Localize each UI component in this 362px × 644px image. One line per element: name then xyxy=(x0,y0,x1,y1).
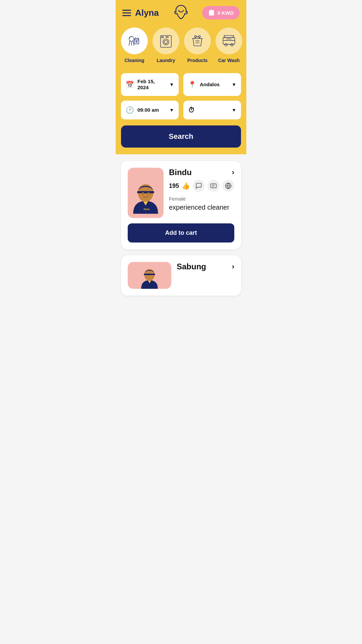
svg-rect-20 xyxy=(137,191,154,194)
location-filter[interactable]: 📍 Andalos ▼ xyxy=(183,73,241,96)
brand-name: Alyna xyxy=(135,8,159,18)
category-item-products[interactable]: Products xyxy=(184,28,211,63)
category-section: Cleaning Laundry xyxy=(116,24,246,70)
date-value: Feb 15, 2024 xyxy=(137,78,166,91)
filter-section: 📅 Feb 15, 2024 ▼ 📍 Andalos ▼ 🕐 09:00 am … xyxy=(116,70,246,154)
worker-name: Bindu xyxy=(169,168,192,177)
logo-icon xyxy=(173,4,189,22)
location-icon: 📍 xyxy=(188,80,196,89)
cleaning-label: Cleaning xyxy=(124,58,144,63)
carwash-label: Car Wash xyxy=(218,58,240,63)
time-chevron-icon: ▼ xyxy=(169,107,174,113)
add-to-cart-button-bindu[interactable]: Add to cart xyxy=(128,223,234,243)
worker-card-content-sabung: Sabung › xyxy=(128,262,234,289)
worker-info-sabung: Sabung › xyxy=(177,262,234,274)
products-label: Products xyxy=(187,58,208,63)
worker-gender: Female xyxy=(169,196,234,202)
category-scroll: Cleaning Laundry xyxy=(116,28,246,63)
products-icon-wrap xyxy=(184,28,211,54)
svg-rect-27 xyxy=(144,274,155,275)
badge-chat-icon xyxy=(193,180,205,192)
header: Alyna 0 KWD xyxy=(116,0,246,24)
filter-row-1: 📅 Feb 15, 2024 ▼ 📍 Andalos ▼ xyxy=(121,73,241,96)
laundry-icon-wrap xyxy=(153,28,179,54)
worker-name-row-sabung: Sabung › xyxy=(177,262,234,271)
category-item-carwash[interactable]: Car Wash xyxy=(216,28,242,63)
timer-icon: ⏱ xyxy=(188,106,195,114)
svg-point-8 xyxy=(166,37,167,38)
date-chevron-icon: ▼ xyxy=(169,82,174,87)
time-filter[interactable]: 🕐 09:00 am ▼ xyxy=(121,101,179,119)
worker-detail-arrow-sabung[interactable]: › xyxy=(232,262,234,271)
worker-detail-arrow[interactable]: › xyxy=(232,168,234,177)
duration-filter[interactable]: ⏱ ▼ xyxy=(183,101,241,119)
header-left: Alyna xyxy=(122,8,159,18)
location-value: Andalos xyxy=(200,82,228,88)
svg-point-5 xyxy=(163,39,169,45)
worker-stats-row: 195 👍 xyxy=(169,180,234,192)
svg-point-22 xyxy=(147,192,149,195)
date-filter[interactable]: 📅 Feb 15, 2024 ▼ xyxy=(121,73,179,96)
category-item-cleaning[interactable]: Cleaning xyxy=(121,28,148,63)
worker-name-row: Bindu › xyxy=(169,168,234,177)
svg-point-21 xyxy=(142,192,144,195)
worker-avatar-sabung xyxy=(128,262,171,289)
location-chevron-icon: ▼ xyxy=(232,82,236,87)
cart-button[interactable]: 0 KWD xyxy=(202,6,240,19)
worker-name-sabung: Sabung xyxy=(177,262,206,271)
svg-text:Alyna: Alyna xyxy=(143,208,149,211)
badge-globe-icon xyxy=(222,180,234,192)
carwash-icon-wrap xyxy=(216,28,242,54)
svg-point-6 xyxy=(164,40,168,44)
clock-icon: 🕐 xyxy=(126,106,134,114)
svg-point-3 xyxy=(136,41,137,42)
worker-rating: 195 xyxy=(169,182,179,190)
worker-avatar-bindu: Alyna xyxy=(128,168,164,218)
filter-row-2: 🕐 09:00 am ▼ ⏱ ▼ xyxy=(121,101,241,119)
laundry-label: Laundry xyxy=(157,58,175,63)
svg-rect-2 xyxy=(134,39,139,44)
category-item-laundry[interactable]: Laundry xyxy=(153,28,179,63)
svg-rect-12 xyxy=(223,38,235,45)
worker-description: experienced cleaner xyxy=(169,203,234,212)
calendar-icon: 📅 xyxy=(126,80,134,89)
worker-card-sabung: Sabung › xyxy=(121,255,241,296)
svg-point-14 xyxy=(231,44,233,46)
search-button[interactable]: Search xyxy=(121,125,241,148)
worker-card-content: Alyna Bindu › xyxy=(128,168,234,218)
results-section: Alyna Bindu › xyxy=(116,154,246,302)
cart-amount: 0 KWD xyxy=(218,10,234,16)
svg-point-9 xyxy=(167,37,168,38)
svg-rect-7 xyxy=(162,37,164,38)
worker-card-bindu: Alyna Bindu › xyxy=(121,161,241,249)
svg-point-13 xyxy=(225,44,227,46)
worker-info-bindu: Bindu › 195 👍 xyxy=(169,168,234,212)
hamburger-menu[interactable] xyxy=(122,10,131,16)
badge-id-icon xyxy=(207,180,220,192)
duration-chevron-icon: ▼ xyxy=(232,107,236,113)
time-value: 09:00 am xyxy=(137,107,166,113)
thumbs-up-icon: 👍 xyxy=(182,182,190,190)
svg-rect-23 xyxy=(211,184,217,188)
cleaning-icon-wrap xyxy=(121,28,148,54)
